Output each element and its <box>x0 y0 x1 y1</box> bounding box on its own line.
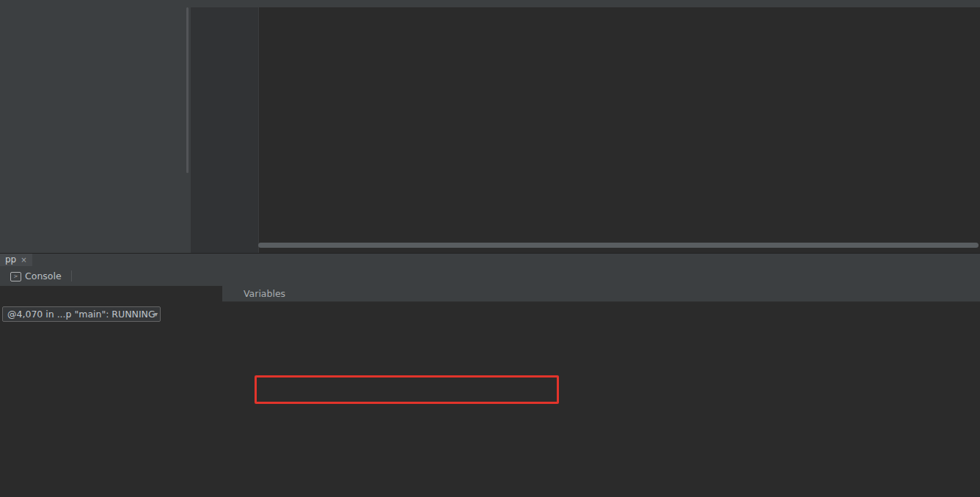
frames-header-spacer <box>0 286 222 302</box>
editor-horizontal-scrollbar[interactable] <box>258 243 979 248</box>
console-icon: > <box>10 272 21 281</box>
debug-toolbar: > Console <box>0 266 980 287</box>
project-tree-panel <box>0 7 191 253</box>
ide-window: pp× > Console Variables @4,070 in ...p "… <box>0 0 980 497</box>
chevron-down-icon: ▾ <box>154 307 158 321</box>
frames-panel: @4,070 in ...p "main": RUNNING ▾ <box>0 302 223 497</box>
toolwindow-tabbar: pp× <box>0 254 980 266</box>
variables-header-label: Variables <box>244 288 285 299</box>
thread-selector-value: @4,070 in ...p "main": RUNNING <box>7 309 156 320</box>
editor-tab-label: pp <box>5 254 16 265</box>
console-tab-label: Console <box>25 270 62 281</box>
code-editor[interactable] <box>191 7 980 253</box>
thread-selector-dropdown[interactable]: @4,070 in ...p "main": RUNNING ▾ <box>2 306 161 322</box>
close-tab-icon[interactable]: × <box>21 256 26 264</box>
toolbar-separator <box>71 270 72 281</box>
annotation-highlight-box <box>255 375 559 404</box>
tab-console[interactable]: > Console <box>10 266 62 286</box>
editor-tab-app[interactable]: pp× <box>0 254 32 266</box>
editor-gutter <box>191 7 259 253</box>
project-scrollbar[interactable] <box>186 7 189 173</box>
variables-panel-header: Variables <box>222 286 980 302</box>
watches-toolbar-strip <box>222 302 244 497</box>
